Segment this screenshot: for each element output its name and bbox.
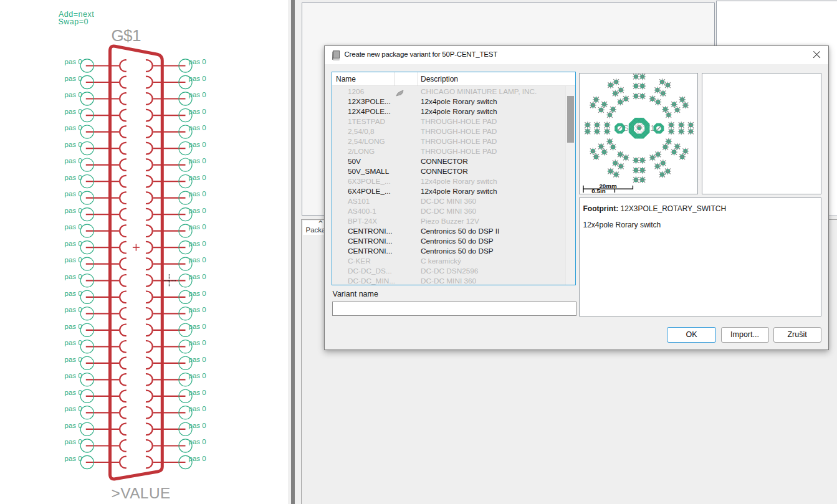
svg-text:pas 0: pas 0	[65, 223, 82, 231]
svg-text:pas 0: pas 0	[189, 405, 206, 412]
svg-text:pas 0: pas 0	[65, 190, 82, 197]
svg-text:pas 0: pas 0	[189, 190, 206, 197]
svg-text:pas 0: pas 0	[65, 124, 82, 131]
svg-text:>VALUE: >VALUE	[112, 485, 171, 502]
svg-text:pas 0: pas 0	[189, 223, 206, 231]
svg-text:pas 0: pas 0	[189, 455, 206, 462]
svg-text:pas 0: pas 0	[65, 58, 82, 65]
svg-text:pas 0: pas 0	[189, 157, 206, 164]
svg-text:pas 0: pas 0	[189, 389, 206, 396]
svg-text:pas 0: pas 0	[189, 339, 206, 346]
svg-text:pas 0: pas 0	[65, 240, 82, 247]
svg-text:pas 0: pas 0	[65, 108, 82, 115]
svg-text:pas 0: pas 0	[65, 174, 82, 181]
svg-text:pas 0: pas 0	[65, 306, 82, 313]
svg-text:pas 0: pas 0	[189, 438, 206, 445]
svg-text:pas 0: pas 0	[189, 356, 206, 363]
svg-text:pas 0: pas 0	[189, 124, 206, 131]
svg-text:pas 0: pas 0	[65, 207, 82, 214]
svg-text:pas 0: pas 0	[65, 339, 82, 346]
svg-text:0.5in: 0.5in	[591, 188, 605, 194]
svg-text:pas 0: pas 0	[189, 273, 206, 280]
svg-text:pas 0: pas 0	[189, 91, 206, 98]
svg-text:pas 0: pas 0	[189, 75, 206, 82]
svg-text:pas 0: pas 0	[189, 141, 206, 148]
svg-text:pas 0: pas 0	[65, 290, 82, 297]
svg-text:pas 0: pas 0	[65, 323, 82, 330]
svg-text:pas 0: pas 0	[65, 273, 82, 280]
svg-text:Swap=0: Swap=0	[59, 17, 89, 26]
svg-text:pas 0: pas 0	[65, 91, 82, 98]
svg-text:pas 0: pas 0	[65, 422, 82, 429]
svg-text:pas 0: pas 0	[189, 207, 206, 214]
svg-text:pas 0: pas 0	[189, 58, 206, 65]
svg-text:G$1: G$1	[112, 26, 141, 45]
svg-text:pas 0: pas 0	[189, 422, 206, 429]
svg-text:pas 0: pas 0	[65, 405, 82, 412]
svg-text:pas 0: pas 0	[65, 438, 82, 445]
svg-text:pas 0: pas 0	[189, 108, 206, 115]
svg-text:pas 0: pas 0	[65, 75, 82, 82]
svg-text:pas 0: pas 0	[189, 290, 206, 297]
svg-text:pas 0: pas 0	[189, 256, 206, 264]
svg-text:pas 0: pas 0	[65, 372, 82, 379]
svg-text:pas 0: pas 0	[189, 323, 206, 330]
svg-text:pas 0: pas 0	[189, 372, 206, 379]
svg-text:pas 0: pas 0	[189, 174, 206, 181]
svg-text:pas 0: pas 0	[65, 389, 82, 396]
svg-text:pas 0: pas 0	[189, 306, 206, 313]
svg-text:pas 0: pas 0	[189, 240, 206, 247]
svg-text:pas 0: pas 0	[65, 141, 82, 148]
svg-text:pas 0: pas 0	[65, 157, 82, 164]
svg-text:pas 0: pas 0	[65, 455, 82, 462]
svg-text:pas 0: pas 0	[65, 256, 82, 264]
svg-text:pas 0: pas 0	[65, 356, 82, 363]
